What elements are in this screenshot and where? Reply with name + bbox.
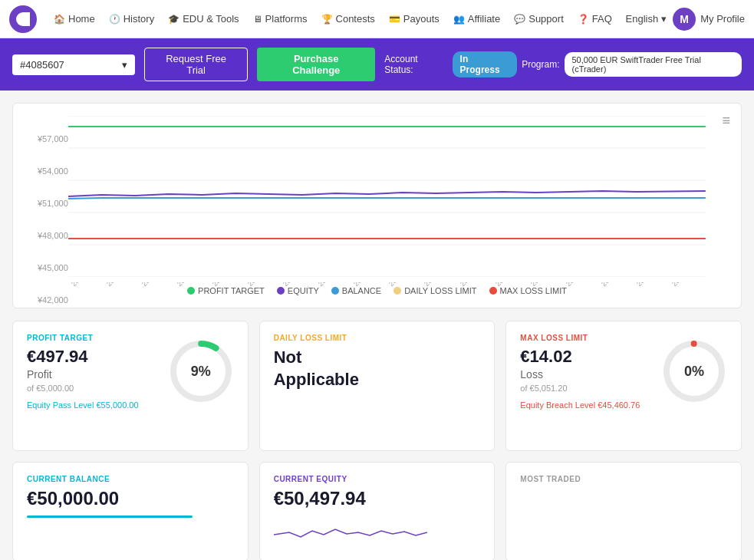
max-loss-donut: 0% — [660, 337, 729, 406]
account-status-label: Account Status: — [384, 54, 447, 75]
current-balance-value: €50,000.00 — [27, 488, 234, 509]
profit-target-card: PROFIT TARGET €497.94 Profit of €5,000.0… — [12, 321, 249, 451]
purchase-challenge-button[interactable]: Purchase Challenge — [257, 48, 375, 81]
support-icon: 💬 — [514, 14, 525, 25]
current-equity-label: CURRENT EQUITY — [274, 475, 481, 483]
profile-button[interactable]: M My Profile — [673, 8, 745, 31]
current-equity-card: CURRENT EQUITY €50,497.94 — [259, 462, 496, 560]
nav-right: English ▾ M My Profile — [626, 8, 745, 31]
navbar: 🏠Home 🕐History 🎓EDU & Tools 🖥Platforms 🏆… — [0, 0, 754, 38]
edu-icon: 🎓 — [168, 14, 179, 25]
status-group: Account Status: In Progress Program: 50,… — [384, 51, 742, 77]
most-traded-card: MOST TRADED — [505, 462, 742, 560]
nav-home[interactable]: 🏠Home — [48, 8, 101, 29]
nav-platforms[interactable]: 🖥Platforms — [247, 8, 314, 29]
platforms-icon: 🖥 — [253, 14, 262, 25]
language-selector[interactable]: English ▾ — [626, 13, 667, 25]
account-id: #4085607 — [20, 59, 64, 71]
affiliate-icon: 👥 — [453, 14, 465, 25]
nav-faq[interactable]: ❓FAQ — [571, 8, 618, 29]
current-equity-value: €50,497.94 — [274, 488, 481, 509]
nav-links: 🏠Home 🕐History 🎓EDU & Tools 🖥Platforms 🏆… — [48, 8, 626, 29]
language-label: English — [626, 13, 659, 25]
not-applicable-text: NotApplicable — [274, 347, 481, 390]
metric-cards-row: PROFIT TARGET €497.94 Profit of €5,000.0… — [12, 321, 742, 451]
nav-support[interactable]: 💬Support — [508, 8, 570, 29]
nav-contests[interactable]: 🏆Contests — [315, 8, 381, 29]
program-label: Program: — [522, 59, 559, 70]
equity-sparkline — [274, 516, 481, 548]
chart-y-labels: ¥57,000 ¥54,000 ¥51,000 ¥48,000 ¥45,000 … — [38, 134, 68, 305]
profit-donut: 9% — [166, 337, 235, 406]
equity-sparkline-svg — [274, 516, 427, 546]
faq-icon: ❓ — [578, 14, 589, 25]
nav-history[interactable]: 🕐History — [103, 8, 160, 29]
nav-payouts[interactable]: 💳Payouts — [383, 8, 446, 29]
avatar: M — [673, 8, 696, 31]
current-balance-label: CURRENT BALANCE — [27, 475, 234, 483]
status-badge: In Progress — [453, 51, 518, 77]
balance-line — [27, 516, 193, 518]
dropdown-icon: ▾ — [122, 59, 127, 71]
chart-card: ≡ ¥57,000 ¥54,000 ¥51,000 ¥48,000 ¥45,00… — [12, 103, 742, 308]
history-icon: 🕐 — [109, 14, 120, 25]
chevron-down-icon: ▾ — [661, 13, 667, 25]
payouts-icon: 💳 — [389, 14, 400, 25]
free-trial-button[interactable]: Request Free Trial — [144, 48, 248, 81]
toolbar: #4085607 ▾ Request Free Trial Purchase C… — [0, 38, 754, 91]
current-balance-card: CURRENT BALANCE €50,000.00 — [12, 462, 249, 560]
bottom-cards-row: CURRENT BALANCE €50,000.00 CURRENT EQUIT… — [12, 462, 742, 560]
program-badge: 50,000 EUR SwiftTrader Free Trial (cTrad… — [565, 52, 742, 77]
profit-percent-text: 9% — [191, 364, 211, 380]
daily-loss-label: DAILY LOSS LIMIT — [274, 334, 481, 342]
logo — [9, 5, 37, 33]
max-loss-card: MAX LOSS LIMIT €14.02 Loss of €5,051.20 … — [505, 321, 742, 451]
daily-loss-card: DAILY LOSS LIMIT NotApplicable — [259, 321, 496, 451]
most-traded-label: MOST TRADED — [520, 475, 727, 483]
contests-icon: 🏆 — [321, 14, 333, 25]
chart-area: 2024-04-02 2024-04-03 2024-04-04 2024-04… — [68, 116, 706, 277]
nav-affiliate[interactable]: 👥Affiliate — [447, 8, 506, 29]
nav-edu-tools[interactable]: 🎓EDU & Tools — [162, 8, 245, 29]
home-icon: 🏠 — [54, 14, 65, 25]
profile-label: My Profile — [700, 13, 745, 25]
main-content: ≡ ¥57,000 ¥54,000 ¥51,000 ¥48,000 ¥45,00… — [0, 91, 754, 560]
chart-svg — [68, 116, 706, 277]
account-selector[interactable]: #4085607 ▾ — [12, 54, 135, 75]
max-loss-percent-text: 0% — [684, 364, 704, 380]
